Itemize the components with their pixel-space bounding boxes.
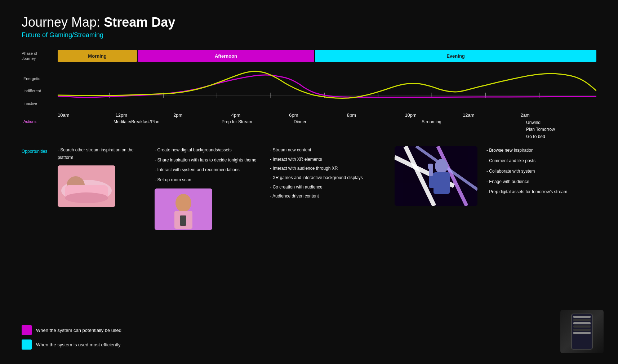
time-10pm: 10pm xyxy=(405,112,463,118)
y-axis: Energetic Indifferent Inactive xyxy=(23,69,41,112)
time-12am: 12am xyxy=(463,112,521,118)
time-12pm: 12pm xyxy=(116,112,174,118)
phase-afternoon: Afternoon xyxy=(138,50,314,62)
opp-neon-col xyxy=(395,146,481,230)
svg-rect-19 xyxy=(180,216,186,225)
legend-label-cyan: When the system is used most efficiently xyxy=(36,342,121,347)
legend-color-magenta xyxy=(22,325,32,335)
svg-point-14 xyxy=(65,192,108,203)
action-dinner: Dinner xyxy=(294,119,306,124)
page-title: Journey Map: Stream Day xyxy=(22,14,596,30)
opp-neon-image xyxy=(395,146,477,206)
phase-row: Phase ofJourney Morning Afternoon Evenin… xyxy=(22,50,596,62)
svg-point-16 xyxy=(175,194,191,212)
opportunities-label: Opportunities xyxy=(22,146,58,230)
time-2am: 2am xyxy=(521,112,579,118)
opportunities-content: - Search other stream inspiration on the… xyxy=(58,146,596,230)
opp-streaming: - Stream new content - Interact with XR … xyxy=(270,146,389,230)
legend-label-magenta: When the system can potentially be used xyxy=(36,328,121,333)
phase-bars: Morning Afternoon Evening xyxy=(58,50,596,62)
y-label-energetic: Energetic xyxy=(23,76,41,81)
opp-morning-image xyxy=(58,165,115,207)
y-label-inactive: Inactive xyxy=(23,101,41,106)
svg-point-25 xyxy=(435,159,448,173)
legend-color-cyan xyxy=(22,339,32,350)
action-breakfast: Meditate/Breakfast/Plan xyxy=(114,119,159,124)
opp-afternoon-image xyxy=(155,188,212,230)
phase-evening: Evening xyxy=(315,50,596,62)
header: Journey Map: Stream Day Future of Gaming… xyxy=(22,14,596,39)
page-subtitle: Future of Gaming/Streaming xyxy=(22,31,596,39)
bottom-right-image xyxy=(560,310,604,353)
phone-screen xyxy=(571,314,593,350)
opp-evening: - Browse new inspiration - Comment and l… xyxy=(486,146,596,230)
time-6pm: 6pm xyxy=(289,112,347,118)
emotion-chart-area: Energetic Indifferent Inactive xyxy=(58,69,596,112)
y-label-indifferent: Indifferent xyxy=(23,89,41,93)
legend-item-cyan: When the system is used most efficiently xyxy=(22,339,121,350)
phase-label: Phase ofJourney xyxy=(22,51,58,61)
phase-morning: Morning xyxy=(58,50,137,62)
time-4pm: 4pm xyxy=(231,112,289,118)
svg-rect-29 xyxy=(428,164,431,169)
action-streaming: Streaming xyxy=(422,119,441,124)
opp-afternoon: - Create new digital backgrounds/assets … xyxy=(155,146,264,230)
opportunities-section: Opportunities - Search other stream insp… xyxy=(22,146,596,230)
action-prep: Prep for Stream xyxy=(222,119,252,124)
actions-label: Actions xyxy=(23,119,36,124)
action-unwind: UnwindPlan TomorrowGo to bed xyxy=(526,119,555,140)
time-8pm: 8pm xyxy=(347,112,405,118)
legend-section: When the system can potentially be used … xyxy=(22,325,121,350)
actions-row: Actions Meditate/Breakfast/Plan Prep for… xyxy=(58,119,596,139)
time-2pm: 2pm xyxy=(173,112,231,118)
opp-morning: - Search other stream inspiration on the… xyxy=(58,146,149,230)
emotion-svg xyxy=(58,69,596,112)
time-10am: 10am xyxy=(58,112,116,118)
page-container: Journey Map: Stream Day Future of Gaming… xyxy=(0,0,618,364)
legend-item-magenta: When the system can potentially be used xyxy=(22,325,121,335)
time-labels-row: 10am 12pm 2pm 4pm 6pm 8pm 10pm 12am 2am xyxy=(58,112,596,118)
